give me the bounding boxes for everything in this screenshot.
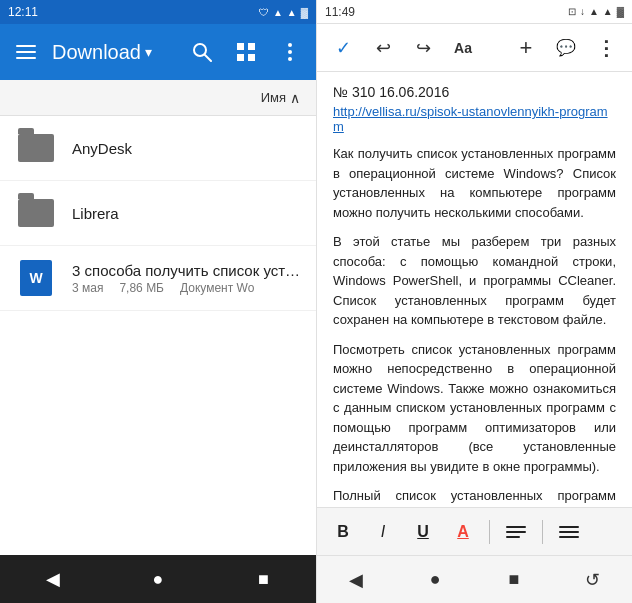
back-button[interactable]: ◀ (29, 555, 77, 603)
bottom-nav-right: ◀ ● ■ ↺ (317, 555, 632, 603)
bold-button[interactable]: B (325, 514, 361, 550)
doc-content: № 310 16.06.2016 http://vellisa.ru/spiso… (317, 72, 632, 507)
right-panel: 11:49 ⊡ ↓ ▲ ▲ ▓ ✓ ↩ ↪ Aa + 💬 ⋮ № 310 16.… (317, 0, 632, 603)
doc-paragraph-1: Как получить список установленных програ… (333, 144, 616, 222)
file-name: Librera (72, 205, 300, 222)
back-button-right[interactable]: ◀ (332, 556, 380, 604)
file-name: 3 способа получить список устано… (72, 262, 300, 279)
svg-rect-6 (248, 43, 255, 50)
file-info: AnyDesk (72, 140, 300, 157)
undo-button[interactable]: ↩ (365, 30, 401, 66)
home-button[interactable]: ● (134, 555, 182, 603)
download-icon: ↓ (580, 6, 585, 17)
toolbar-title-area: Download ▾ (52, 41, 176, 64)
toolbar-title: Download (52, 41, 141, 64)
screenshot-icon: ⊡ (568, 6, 576, 17)
formatting-bar: B I U A (317, 507, 632, 555)
svg-rect-0 (16, 45, 36, 47)
file-list: AnyDesk Librera W 3 способа получить спи… (0, 116, 316, 555)
svg-rect-7 (237, 54, 244, 61)
svg-point-9 (288, 43, 292, 47)
refresh-button[interactable]: ↺ (569, 556, 617, 604)
toolbar-right: ✓ ↩ ↪ Aa + 💬 ⋮ (317, 24, 632, 72)
doc-paragraph-2: В этой статье мы разберем три разных спо… (333, 232, 616, 330)
file-doctype: Документ Wo (180, 281, 254, 295)
battery-icon-right: ▓ (617, 6, 624, 17)
status-time-right: 11:49 (325, 5, 355, 19)
svg-rect-2 (16, 57, 36, 59)
recent-button[interactable]: ■ (239, 555, 287, 603)
folder-icon (16, 128, 56, 168)
add-button[interactable]: + (508, 30, 544, 66)
file-date: 3 мая (72, 281, 103, 295)
shield-icon: 🛡 (259, 7, 269, 18)
font-color-button[interactable]: A (445, 514, 481, 550)
comment-button[interactable]: 💬 (548, 30, 584, 66)
svg-rect-1 (16, 51, 36, 53)
file-name: AnyDesk (72, 140, 300, 157)
svg-rect-8 (248, 54, 255, 61)
list-item[interactable]: AnyDesk (0, 116, 316, 181)
status-icons-left: 🛡 ▲ ▲ ▓ (259, 7, 308, 18)
sort-bar[interactable]: Имя ∧ (0, 80, 316, 116)
status-bar-left: 12:11 🛡 ▲ ▲ ▓ (0, 0, 316, 24)
wifi-icon: ▲ (287, 7, 297, 18)
fmt-divider-2 (542, 520, 543, 544)
signal-icon: ▲ (273, 7, 283, 18)
file-info: 3 способа получить список устано… 3 мая … (72, 262, 300, 295)
fmt-divider-1 (489, 520, 490, 544)
list-icon (555, 520, 583, 544)
search-icon[interactable] (184, 34, 220, 70)
grid-icon[interactable] (228, 34, 264, 70)
status-bar-right: 11:49 ⊡ ↓ ▲ ▲ ▓ (317, 0, 632, 24)
more-icon-left[interactable] (272, 34, 308, 70)
menu-icon[interactable] (8, 34, 44, 70)
bottom-nav-left: ◀ ● ■ (0, 555, 316, 603)
svg-point-10 (288, 50, 292, 54)
status-time-left: 12:11 (8, 5, 38, 19)
home-button-right[interactable]: ● (411, 556, 459, 604)
doc-paragraph-3: Посмотреть список установленных программ… (333, 340, 616, 477)
format-text-button[interactable]: Aa (445, 30, 481, 66)
status-icons-right: ⊡ ↓ ▲ ▲ ▓ (568, 6, 624, 17)
dropdown-icon[interactable]: ▾ (145, 44, 152, 60)
word-icon: W (16, 258, 56, 298)
folder-icon (16, 193, 56, 233)
doc-number: № 310 16.06.2016 (333, 84, 616, 100)
list-item[interactable]: Librera (0, 181, 316, 246)
signal-icon-right: ▲ (589, 6, 599, 17)
check-button[interactable]: ✓ (325, 30, 361, 66)
svg-rect-5 (237, 43, 244, 50)
svg-point-3 (194, 44, 206, 56)
file-size: 7,86 МБ (119, 281, 164, 295)
sort-label: Имя (261, 90, 286, 105)
svg-point-11 (288, 57, 292, 61)
battery-icon: ▓ (301, 7, 308, 18)
doc-link[interactable]: http://vellisa.ru/spisok-ustanovlennyikh… (333, 104, 616, 134)
file-info: Librera (72, 205, 300, 222)
left-panel: 12:11 🛡 ▲ ▲ ▓ Download ▾ (0, 0, 316, 603)
list-item[interactable]: W 3 способа получить список устано… 3 ма… (0, 246, 316, 311)
recent-button-right[interactable]: ■ (490, 556, 538, 604)
toolbar-left: Download ▾ (0, 24, 316, 80)
wifi-icon-right: ▲ (603, 6, 613, 17)
doc-paragraph-4: Полный список установленных программ мож… (333, 486, 616, 507)
file-meta: 3 мая 7,86 МБ Документ Wo (72, 281, 300, 295)
align-icon (502, 520, 530, 544)
underline-button[interactable]: U (405, 514, 441, 550)
italic-button[interactable]: I (365, 514, 401, 550)
align-button[interactable] (498, 514, 534, 550)
more-button-right[interactable]: ⋮ (588, 30, 624, 66)
list-button[interactable] (551, 514, 587, 550)
redo-button[interactable]: ↪ (405, 30, 441, 66)
sort-arrow-icon: ∧ (290, 90, 300, 106)
svg-line-4 (205, 55, 211, 61)
